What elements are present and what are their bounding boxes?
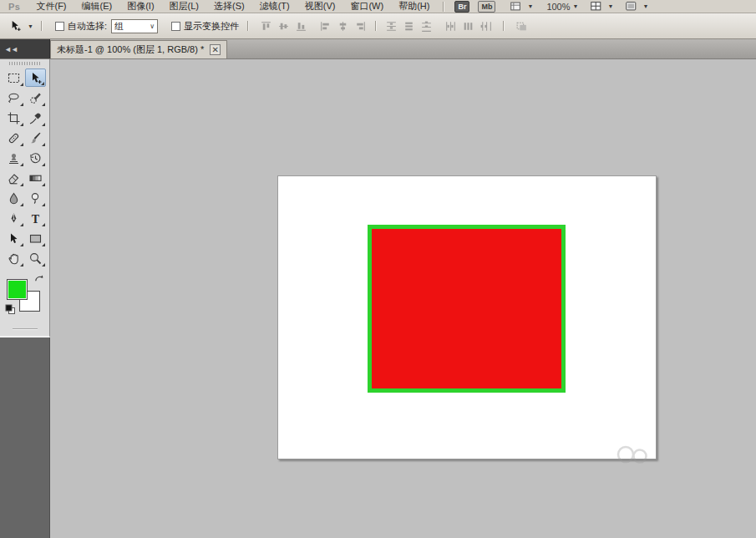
- pen-tool[interactable]: [3, 209, 24, 227]
- path-selection-tool[interactable]: [3, 229, 24, 247]
- align-distribute-group: [257, 19, 495, 33]
- panel-grip[interactable]: [8, 62, 41, 65]
- chevron-down-icon: ▼: [607, 3, 613, 9]
- flyout-triangle-icon: [20, 163, 23, 166]
- tool-options-bar: ▼ 自动选择: 组 ∨ 显示变换控件: [0, 13, 756, 39]
- close-icon[interactable]: ✕: [210, 44, 221, 55]
- align-horizontal-centers-icon[interactable]: [336, 19, 350, 33]
- flyout-triangle-icon: [42, 163, 45, 166]
- zoom-tool[interactable]: [25, 249, 46, 267]
- document-canvas[interactable]: [277, 175, 657, 459]
- divider: [247, 21, 249, 31]
- menu-item-1[interactable]: 编辑(E): [74, 0, 120, 13]
- auto-select-label: 自动选择:: [68, 20, 107, 33]
- divider: [503, 21, 505, 31]
- gradient-tool[interactable]: [25, 169, 46, 187]
- distribute-horizontal-centers-icon[interactable]: [461, 19, 475, 33]
- flyout-triangle-icon: [20, 223, 23, 226]
- distribute-vertical-centers-icon[interactable]: [402, 19, 416, 33]
- dodge-tool[interactable]: [25, 189, 46, 207]
- flyout-triangle-icon: [42, 263, 45, 266]
- flyout-triangle-icon: [42, 103, 45, 106]
- menu-item-3[interactable]: 图层(L): [162, 0, 206, 13]
- eraser-tool[interactable]: [3, 169, 24, 187]
- menu-item-7[interactable]: 窗口(W): [342, 0, 391, 13]
- menu-item-0[interactable]: 文件(F): [28, 0, 74, 13]
- menu-item-2[interactable]: 图像(I): [119, 0, 161, 13]
- chevron-down-icon: ▼: [573, 3, 579, 9]
- spot-healing-brush-tool[interactable]: [3, 129, 24, 147]
- launch-mini-bridge-button[interactable]: Mb: [478, 1, 495, 13]
- view-extras-icon[interactable]: [510, 0, 522, 13]
- menu-item-4[interactable]: 选择(S): [206, 0, 252, 13]
- history-brush-tool[interactable]: [25, 149, 46, 167]
- move-tool-icon[interactable]: [5, 17, 25, 35]
- flyout-triangle-icon: [42, 223, 45, 226]
- flyout-triangle-icon: [20, 103, 23, 106]
- quick-selection-tool[interactable]: [25, 89, 46, 107]
- crop-tool[interactable]: [3, 109, 24, 127]
- menu-item-5[interactable]: 滤镜(T): [252, 0, 297, 13]
- align-bottom-edges-icon[interactable]: [294, 19, 308, 33]
- distribute-top-edges-icon[interactable]: [384, 19, 398, 33]
- document-tab[interactable]: 未标题-1 @ 100% (图层 1, RGB/8) * ✕: [50, 40, 227, 58]
- svg-text:T: T: [31, 212, 39, 225]
- flyout-triangle-icon: [20, 203, 23, 206]
- chevron-down-icon: ▼: [28, 23, 33, 29]
- distribute-left-edges-icon[interactable]: [444, 19, 458, 33]
- clone-stamp-tool[interactable]: [3, 149, 24, 167]
- canvas-workspace: [50, 59, 756, 538]
- move-tool[interactable]: [25, 69, 46, 87]
- app-logo: Ps: [8, 2, 20, 12]
- auto-align-layers-icon[interactable]: [515, 19, 529, 33]
- flyout-triangle-icon: [20, 83, 23, 86]
- flyout-triangle-icon: [42, 123, 45, 126]
- divider: [375, 21, 377, 31]
- menu-list: 文件(F)编辑(E)图像(I)图层(L)选择(S)滤镜(T)视图(V)窗口(W)…: [28, 0, 437, 13]
- align-vertical-centers-icon[interactable]: [277, 19, 291, 33]
- blur-tool[interactable]: [3, 189, 24, 207]
- swap-colors-icon[interactable]: [33, 273, 44, 286]
- red-rectangle-shape: [368, 225, 566, 393]
- hand-tool[interactable]: [3, 249, 24, 267]
- menu-item-8[interactable]: 帮助(H): [391, 0, 437, 13]
- collapse-panel-icon[interactable]: ◄◄: [0, 39, 50, 58]
- type-tool[interactable]: T: [25, 209, 46, 227]
- align-right-edges-icon[interactable]: [353, 19, 368, 33]
- brush-tool[interactable]: [25, 129, 46, 147]
- flyout-triangle-icon: [41, 82, 44, 85]
- arrange-documents-icon[interactable]: [590, 0, 602, 13]
- divider: [443, 2, 444, 12]
- default-colors-icon[interactable]: [5, 304, 16, 317]
- eyedropper-tool[interactable]: [25, 109, 46, 127]
- flyout-triangle-icon: [20, 183, 23, 186]
- screen-mode-icon[interactable]: [625, 0, 637, 13]
- tab-bar-empty-area: [227, 39, 756, 58]
- show-transform-checkbox[interactable]: [171, 22, 180, 31]
- distribute-right-edges-icon[interactable]: [479, 19, 493, 33]
- rectangular-marquee-tool[interactable]: [3, 69, 24, 87]
- color-controls: [5, 273, 45, 317]
- distribute-bottom-edges-icon[interactable]: [419, 19, 434, 33]
- tools-dock: T: [0, 59, 50, 538]
- align-left-edges-icon[interactable]: [318, 19, 332, 33]
- dock-background: [0, 338, 50, 538]
- flyout-triangle-icon: [20, 243, 23, 246]
- chevron-down-icon: ▼: [527, 3, 533, 9]
- rectangle-tool[interactable]: [25, 229, 46, 247]
- lasso-tool[interactable]: [3, 89, 24, 107]
- foreground-color-swatch[interactable]: [7, 279, 28, 300]
- flyout-triangle-icon: [42, 203, 45, 206]
- zoom-level-value[interactable]: 100%: [546, 2, 570, 12]
- launch-bridge-button[interactable]: Br: [454, 1, 469, 13]
- menu-item-6[interactable]: 视图(V): [297, 0, 343, 13]
- document-tab-bar: ◄◄ 未标题-1 @ 100% (图层 1, RGB/8) * ✕: [0, 39, 756, 59]
- auto-select-value: 组: [114, 20, 124, 33]
- divider: [41, 21, 43, 31]
- chevron-down-icon: ▼: [642, 3, 648, 9]
- show-transform-label: 显示变换控件: [184, 20, 239, 33]
- align-top-edges-icon[interactable]: [259, 19, 273, 33]
- auto-select-dropdown[interactable]: 组 ∨: [111, 19, 158, 33]
- flyout-triangle-icon: [20, 123, 23, 126]
- auto-select-checkbox[interactable]: [55, 22, 64, 31]
